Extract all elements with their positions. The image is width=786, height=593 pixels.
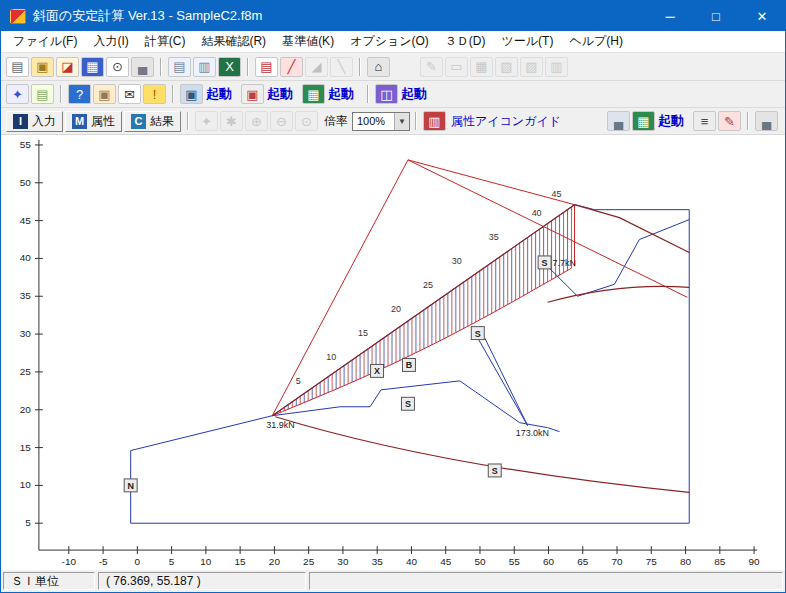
tools-icon[interactable]: ✦ xyxy=(6,84,29,104)
attribute-marker-N[interactable]: N xyxy=(127,481,133,491)
menu-item-4[interactable]: 結果確認(R) xyxy=(193,31,274,52)
attribute-marker-X[interactable]: X xyxy=(374,366,380,376)
svg-text:15: 15 xyxy=(235,556,247,567)
maximize-button[interactable]: □ xyxy=(693,1,739,31)
new-document-icon[interactable]: ▤ xyxy=(6,57,29,77)
excel-export-icon[interactable]: X xyxy=(218,57,241,77)
menu-item-6[interactable]: オプション(O) xyxy=(342,31,437,52)
svg-text:55: 55 xyxy=(509,556,521,567)
anchor-wedge xyxy=(478,338,528,426)
attribute-mode-button[interactable]: M 属性 xyxy=(65,111,122,132)
svg-text:35: 35 xyxy=(372,556,384,567)
svg-text:80: 80 xyxy=(680,556,692,567)
svg-text:25: 25 xyxy=(20,366,32,377)
uc1-launch-icon[interactable]: ▣ xyxy=(180,84,203,104)
app-icon xyxy=(10,9,26,24)
data-manager-icon[interactable]: ▤ xyxy=(31,84,54,104)
export-doc-icon[interactable]: ▤ xyxy=(168,57,191,77)
open-file-icon[interactable]: ▣ xyxy=(31,57,54,77)
save-icon[interactable]: ▦ xyxy=(81,57,104,77)
zoom-combobox[interactable]: 100% ▼ xyxy=(352,112,410,131)
chevron-down-icon[interactable]: ▼ xyxy=(394,113,409,130)
attribute-marker-S[interactable]: S xyxy=(492,466,498,476)
menu-item-2[interactable]: 入力(I) xyxy=(85,31,136,52)
edit-eraser-icon: ▭ xyxy=(445,57,468,77)
list-icon[interactable]: ≡ xyxy=(693,111,716,131)
select-icon: ✦ xyxy=(195,111,218,131)
menu-item-5[interactable]: 基準値(K) xyxy=(274,31,342,52)
menu-item-8[interactable]: ツール(T) xyxy=(494,31,562,52)
close-button[interactable]: ✕ xyxy=(739,1,785,31)
svg-text:20: 20 xyxy=(20,404,32,415)
svg-text:45: 45 xyxy=(440,556,452,567)
attribute-marker-B[interactable]: B xyxy=(406,360,413,370)
redline-icon[interactable]: ╱ xyxy=(280,57,303,77)
strata-lines xyxy=(272,205,689,493)
station-label: 40 xyxy=(532,208,542,218)
station-label: 15 xyxy=(358,328,368,338)
pan-hand-icon: ✱ xyxy=(220,111,243,131)
svg-text:30: 30 xyxy=(20,328,32,339)
title-bar: 斜面の安定計算 Ver.13 - SampleC2.f8m ─ □ ✕ xyxy=(1,1,785,31)
print-icon[interactable]: ▄ xyxy=(131,57,154,77)
input-mode-button[interactable]: I 入力 xyxy=(6,111,63,132)
launch-label[interactable]: 起動 xyxy=(267,85,293,103)
print-calc-icon[interactable]: ▄ xyxy=(607,111,630,131)
calc-launch-icon[interactable]: ▦ xyxy=(632,111,655,131)
menu-item-1[interactable]: ファイル(F) xyxy=(5,31,85,52)
launch-label[interactable]: 起動 xyxy=(328,85,354,103)
minimize-button[interactable]: ─ xyxy=(647,1,693,31)
mail-icon[interactable]: ✉ xyxy=(118,84,141,104)
result-mode-button[interactable]: C 結果 xyxy=(124,111,181,132)
slope-section-diagram[interactable]: -10-505101520253035404550556065707580859… xyxy=(1,135,785,570)
home-icon[interactable]: ⌂ xyxy=(367,57,390,77)
print-preview-icon[interactable]: ⊙ xyxy=(106,57,129,77)
printer-icon[interactable]: ▄ xyxy=(755,111,778,131)
lower-strata-line xyxy=(275,417,689,493)
result-mode-label: 結果 xyxy=(150,113,174,130)
menu-item-3[interactable]: 計算(C) xyxy=(137,31,194,52)
attribute-guide-icon[interactable]: ▥ xyxy=(423,111,446,131)
svg-text:90: 90 xyxy=(749,556,761,567)
toolbar-separator xyxy=(359,58,361,76)
toolbar-separator xyxy=(247,58,249,76)
help-icon[interactable]: ? xyxy=(68,84,91,104)
station-label: 10 xyxy=(326,352,336,362)
svg-text:55: 55 xyxy=(20,139,32,150)
station-label: 30 xyxy=(452,256,462,266)
toolbar-separator xyxy=(367,85,369,103)
uc3-launch-icon[interactable]: ▦ xyxy=(302,84,325,104)
lamp-icon[interactable]: ! xyxy=(143,84,166,104)
attribute-guide-label: 属性アイコンガイド xyxy=(451,113,561,130)
svg-text:50: 50 xyxy=(474,556,486,567)
svg-text:-5: -5 xyxy=(99,556,108,567)
diagram-labels: 5101520253035404531.9kN173.0kN7.7kN xyxy=(266,189,576,438)
svg-text:10: 10 xyxy=(20,479,32,490)
attribute-marker-S[interactable]: S xyxy=(475,329,481,339)
launch-label[interactable]: 起動 xyxy=(658,112,684,130)
edit-layer-icon: ▨ xyxy=(520,57,543,77)
uc2-launch-icon[interactable]: ▣ xyxy=(241,84,264,104)
zoom-in-icon: ⊕ xyxy=(245,111,268,131)
open-sample-icon[interactable]: ◪ xyxy=(56,57,79,77)
attribute-marker-S[interactable]: S xyxy=(542,258,548,268)
magnification-label: 倍率 xyxy=(324,113,348,130)
drawing-area[interactable]: -10-505101520253035404550556065707580859… xyxy=(1,135,785,570)
viewer-launch-icon[interactable]: ◫ xyxy=(375,84,398,104)
input-badge-icon: I xyxy=(13,114,28,129)
input-mode-label: 入力 xyxy=(32,113,56,130)
station-label: 20 xyxy=(391,304,401,314)
window-controls: ─ □ ✕ xyxy=(647,1,785,31)
menu-item-9[interactable]: ヘルプ(H) xyxy=(561,31,631,52)
menu-bar: ファイル(F)入力(I)計算(C)結果確認(R)基準値(K)オプション(O)３Ｄ… xyxy=(1,31,785,53)
annotate-pen-icon[interactable]: ✎ xyxy=(718,111,741,131)
menu-item-7[interactable]: ３Ｄ(D) xyxy=(437,31,494,52)
export-doc2-icon[interactable]: ▥ xyxy=(193,57,216,77)
package-icon[interactable]: ▣ xyxy=(93,84,116,104)
attribute-markers: NXBSSSS xyxy=(124,256,551,492)
svg-text:40: 40 xyxy=(20,252,32,263)
attribute-marker-S[interactable]: S xyxy=(405,399,411,409)
launch-label[interactable]: 起動 xyxy=(401,85,427,103)
report-icon[interactable]: ▤ xyxy=(255,57,278,77)
launch-label[interactable]: 起動 xyxy=(206,85,232,103)
